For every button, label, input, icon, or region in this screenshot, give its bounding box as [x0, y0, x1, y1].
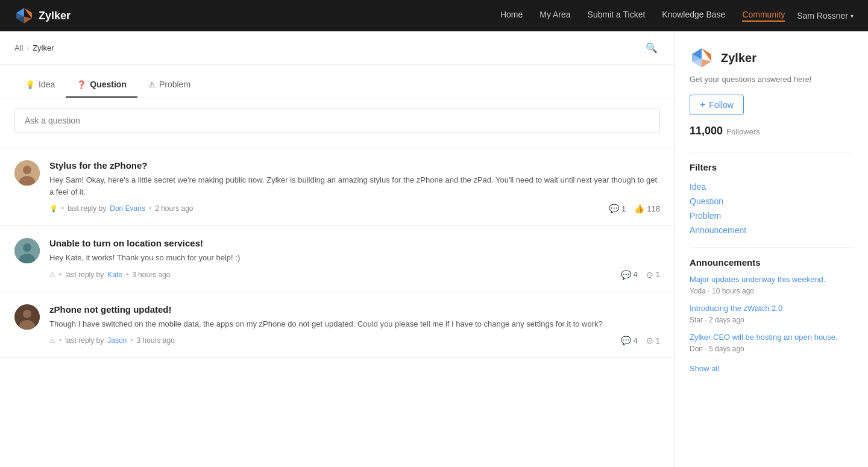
post-meta: ⚠ • last reply by Kate • 3 hours ago 💬 4: [49, 270, 660, 280]
nav-user[interactable]: Sam Rossner ▾: [797, 11, 854, 20]
post-body: Stylus for the zPhone? Hey Sam! Okay, he…: [49, 160, 660, 213]
post-meta: 💡 • last reply by Don Evans • 2 hours ag…: [49, 204, 660, 213]
tab-question[interactable]: ❓ Question: [66, 75, 137, 98]
avatar: [14, 238, 40, 263]
reply-author[interactable]: Don Evans: [110, 204, 145, 213]
post-title[interactable]: Stylus for the zPhone?: [49, 160, 660, 171]
alert-icon: ⊙: [646, 270, 653, 280]
post-meta-left: 💡 • last reply by Don Evans • 2 hours ag…: [49, 204, 193, 213]
svg-marker-3: [24, 17, 32, 24]
show-all-link[interactable]: Show all: [690, 364, 719, 373]
idea-icon: 💡: [25, 80, 35, 89]
announcement-item: Major updates underway this weekend. Yod…: [690, 275, 854, 295]
nav-submit-ticket[interactable]: Submit a Ticket: [588, 10, 646, 22]
post-text: Hey Sam! Okay, here's a little secret we…: [49, 174, 660, 198]
filter-problem[interactable]: Problem: [690, 211, 721, 221]
like-count: ⊙ 1: [646, 270, 660, 280]
comment-number: 4: [634, 270, 638, 279]
announcements-title: Announcements: [690, 257, 854, 268]
post-text: Hey Kate, it works! Thank you so much fo…: [49, 252, 660, 264]
table-row: Unable to turn on location services! Hey…: [0, 226, 675, 292]
breadcrumb-current: Zylker: [33, 43, 54, 52]
announcement-meta-1: Yoda · 10 hours ago: [690, 287, 754, 295]
nav-myarea[interactable]: My Area: [539, 10, 570, 22]
post-type-icon: ⚠: [49, 337, 55, 345]
main-content: All › Zylker 🔍 💡 Idea ❓ Question ⚠ Probl…: [0, 31, 675, 467]
comment-count: 💬 1: [609, 204, 626, 213]
search-button[interactable]: 🔍: [643, 40, 660, 56]
sidebar: Zylker Get your questions answered here!…: [675, 31, 868, 467]
announcement-link-3[interactable]: Zylker CEO will be hosting an open house…: [690, 333, 854, 342]
announcement-meta-3: Don · 5 days ago: [690, 345, 744, 353]
announcement-item: Zylker CEO will be hosting an open house…: [690, 333, 854, 353]
filters-title: Filters: [690, 162, 854, 172]
question-icon: ❓: [77, 80, 86, 89]
chevron-down-icon: ▾: [851, 13, 854, 19]
post-type-icon: ⚠: [49, 271, 55, 278]
reply-author[interactable]: Jason: [107, 336, 127, 345]
follow-label: Follow: [709, 100, 733, 110]
post-title[interactable]: Unable to turn on location services!: [49, 238, 660, 248]
tab-problem[interactable]: ⚠ Problem: [137, 75, 201, 98]
reply-author[interactable]: Kate: [107, 271, 122, 279]
avatar-image: [14, 238, 40, 263]
nav-knowledge-base[interactable]: Knowledge Base: [662, 10, 725, 22]
announcement-author-3: Don: [690, 345, 703, 353]
svg-point-6: [23, 166, 31, 174]
comment-icon: 💬: [621, 336, 631, 345]
nav-links: Home My Area Submit a Ticket Knowledge B…: [95, 10, 785, 22]
tabs-bar: 💡 Idea ❓ Question ⚠ Problem: [0, 65, 675, 98]
list-item: Idea: [690, 180, 854, 194]
post-meta: ⚠ • last reply by Jason • 3 hours ago 💬 …: [49, 336, 660, 345]
post-title[interactable]: zPhone not getting updated!: [49, 304, 660, 315]
dot-sep: ·: [708, 287, 712, 295]
plus-icon: +: [700, 99, 705, 110]
tab-question-label: Question: [90, 80, 127, 89]
nav-logo-icon: [14, 6, 34, 25]
nav-brand[interactable]: Zylker: [14, 6, 71, 25]
ask-input-wrapper: [0, 98, 675, 148]
filter-list: Idea Question Problem Announcement: [690, 180, 854, 237]
announcement-link-2[interactable]: Introducing the zWatch 2.0: [690, 304, 854, 313]
navbar: Zylker Home My Area Submit a Ticket Know…: [0, 0, 868, 31]
filter-idea[interactable]: Idea: [690, 182, 706, 192]
list-item: Problem: [690, 208, 854, 223]
filter-question[interactable]: Question: [690, 196, 723, 206]
breadcrumb-all[interactable]: All: [14, 43, 23, 52]
announcement-item: Introducing the zWatch 2.0 Star · 2 days…: [690, 304, 854, 324]
problem-icon: ⚠: [148, 80, 156, 89]
announcement-link-1[interactable]: Major updates underway this weekend.: [690, 275, 854, 284]
sidebar-tagline: Get your questions answered here!: [690, 75, 854, 84]
svg-point-9: [23, 243, 31, 252]
time-ago: 3 hours ago: [136, 336, 174, 345]
nav-user-name: Sam Rossner: [797, 11, 848, 20]
sidebar-brand: Zylker: [690, 46, 854, 70]
comment-count: 💬 4: [621, 270, 638, 280]
like-number: 1: [656, 336, 660, 345]
comment-number: 4: [634, 336, 638, 345]
ask-question-input[interactable]: [14, 108, 660, 133]
search-icon: 🔍: [646, 43, 658, 53]
nav-home[interactable]: Home: [500, 10, 523, 22]
filter-announcement[interactable]: Announcement: [690, 225, 746, 235]
nav-community[interactable]: Community: [742, 10, 785, 22]
announcement-author-2: Star: [690, 316, 703, 324]
post-body: zPhone not getting updated! Though I hav…: [49, 304, 660, 346]
alert-icon: ⊙: [646, 336, 653, 345]
announcement-author-1: Yoda: [690, 287, 706, 295]
post-body: Unable to turn on location services! Hey…: [49, 238, 660, 280]
table-row: Stylus for the zPhone? Hey Sam! Okay, he…: [0, 148, 675, 226]
comment-number: 1: [621, 204, 626, 213]
sidebar-divider-2: [690, 247, 854, 248]
avatar: [14, 160, 40, 186]
page-layout: All › Zylker 🔍 💡 Idea ❓ Question ⚠ Probl…: [0, 31, 868, 467]
comment-icon: 💬: [621, 270, 631, 280]
follow-button[interactable]: + Follow: [690, 95, 744, 115]
svg-point-12: [23, 310, 31, 318]
nav-brand-name: Zylker: [39, 10, 71, 22]
tab-idea-label: Idea: [39, 80, 55, 89]
comment-icon: 💬: [609, 204, 619, 213]
like-icon: 👍: [634, 204, 644, 213]
sidebar-divider: [690, 152, 854, 152]
tab-idea[interactable]: 💡 Idea: [14, 75, 66, 98]
